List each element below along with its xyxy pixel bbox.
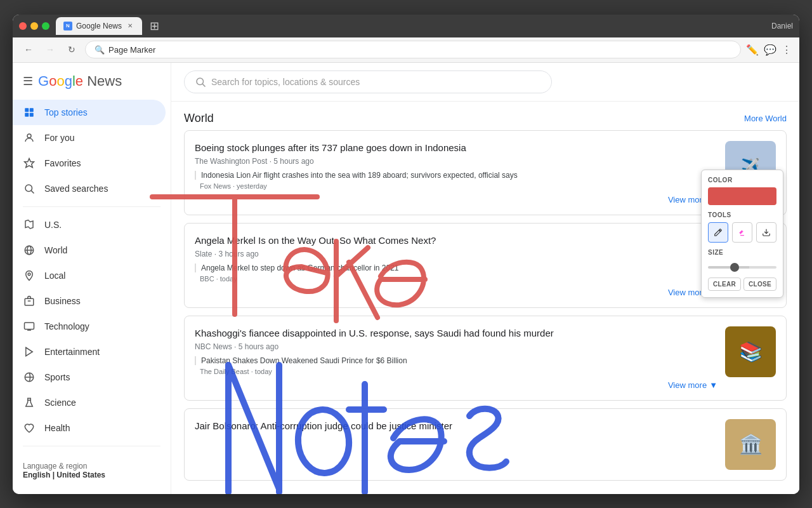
for-you-icon — [23, 131, 36, 144]
back-button[interactable]: ← — [20, 41, 37, 58]
card-title-3[interactable]: Khashoggi's fiancee disappointed in U.S.… — [195, 326, 717, 340]
card-bullet-3: Pakistan Shakes Down Weakened Saudi Prin… — [195, 356, 717, 365]
size-label: SIZE — [708, 249, 776, 256]
card-image-4: 🏛️ — [725, 419, 776, 470]
saved-searches-icon — [23, 182, 36, 195]
sidebar-item-saved-searches[interactable]: Saved searches — [13, 176, 166, 201]
sidebar-item-science[interactable]: Science — [13, 390, 166, 415]
sidebar-item-technology[interactable]: Technology — [13, 314, 166, 339]
svg-line-22 — [202, 84, 205, 86]
bullet-time-2: today — [220, 275, 237, 283]
news-card-3: Khashoggi's fiancee disappointed in U.S.… — [184, 316, 787, 401]
user-name: Daniel — [771, 22, 793, 30]
sidebar-item-entertainment[interactable]: Entertainment — [13, 339, 166, 364]
card-title-1[interactable]: Boeing stock plunges after its 737 plane… — [195, 141, 717, 154]
more-world-link[interactable]: More World — [744, 114, 787, 123]
page-content: ☰ Google News Top stories F — [13, 63, 799, 494]
browser-window: N Google News ✕ ⊞ Daniel ← → ↻ 🔍 Page Ma… — [13, 15, 799, 494]
tools-row — [708, 222, 776, 243]
close-button[interactable] — [19, 22, 27, 30]
card-footer-1: View more ▼ — [195, 195, 717, 204]
active-tab[interactable]: N Google News ✕ — [56, 17, 142, 35]
address-tools: ✏️ 💬 ⋮ — [746, 44, 792, 56]
sidebar-item-business[interactable]: Business — [13, 288, 166, 314]
svg-rect-15 — [25, 323, 34, 330]
view-more-3[interactable]: View more ▼ — [668, 380, 717, 390]
card-sub-source-1: Fox News · yesterday — [195, 182, 717, 190]
minimize-button[interactable] — [30, 22, 38, 30]
card-bullet-2: Angela Merkel to step down as German cha… — [195, 264, 717, 272]
news-topbar: Search for topics, locations & sources — [171, 63, 799, 102]
tab-close-button[interactable]: ✕ — [126, 22, 134, 30]
tab-favicon: N — [63, 22, 72, 30]
sports-icon — [23, 371, 36, 384]
tab-title: Google News — [76, 22, 122, 30]
sidebar-item-top-stories[interactable]: Top stories — [13, 100, 166, 125]
card-title-4[interactable]: Jair Bolsonaro: Anti-corruption judge co… — [195, 419, 717, 432]
svg-line-7 — [31, 190, 34, 193]
card-footer-2: View more ▼ — [195, 288, 717, 297]
clear-button[interactable]: CLEAR — [708, 277, 741, 291]
title-bar: N Google News ✕ ⊞ Daniel — [13, 15, 799, 37]
world-icon — [23, 244, 36, 257]
sidebar: ☰ Google News Top stories F — [13, 63, 171, 494]
science-icon — [23, 396, 36, 409]
sidebar-item-sports[interactable]: Sports — [13, 364, 166, 390]
svg-point-4 — [27, 134, 31, 138]
source-name-3: NBC News — [195, 342, 232, 351]
nav-divider-2 — [23, 446, 160, 446]
pen-tool-button[interactable]: ✏️ — [746, 44, 759, 56]
search-box-icon — [195, 76, 206, 88]
svg-point-6 — [25, 185, 32, 192]
hamburger-button[interactable]: ☰ — [23, 74, 33, 88]
sidebar-label-favorites: Favorites — [44, 158, 81, 168]
new-tab-button[interactable]: ⊞ — [145, 19, 164, 33]
source-time-3: 5 hours ago — [239, 342, 278, 351]
reload-button[interactable]: ↻ — [63, 41, 80, 58]
pen-tool-button[interactable] — [708, 222, 728, 243]
sidebar-item-local[interactable]: Local — [13, 263, 166, 288]
sidebar-item-us[interactable]: U.S. — [13, 212, 166, 237]
sidebar-label-for-you: For you — [44, 133, 74, 143]
svg-marker-18 — [26, 347, 33, 356]
bullet-source-1: Fox News — [200, 182, 231, 190]
color-swatch[interactable] — [708, 187, 776, 205]
chevron-down-icon-3: ▼ — [709, 380, 717, 390]
search-box[interactable]: Search for topics, locations & sources — [184, 70, 552, 93]
card-content-2: Angela Merkel Is on the Way Out. So What… — [195, 234, 717, 297]
download-tool-button[interactable] — [756, 222, 776, 243]
site-header: ☰ Google News — [13, 68, 171, 100]
highlighter-tool-button[interactable] — [732, 222, 752, 243]
forward-button[interactable]: → — [42, 41, 58, 58]
fullscreen-button[interactable] — [42, 22, 49, 30]
card-bullet-1: Indonesia Lion Air flight crashes into t… — [195, 171, 717, 180]
close-button[interactable]: CLOSE — [743, 277, 776, 291]
source-name-1: The Washington Post — [195, 157, 267, 166]
svg-rect-13 — [25, 298, 34, 305]
card-source-2: Slate · 3 hours ago — [195, 250, 717, 258]
action-row: CLEAR CLOSE — [708, 277, 776, 291]
google-news-logo: Google News — [38, 73, 122, 90]
card-source-3: NBC News · 5 hours ago — [195, 342, 717, 351]
bullet-source-2: BBC — [200, 275, 214, 283]
menu-button[interactable]: ⋮ — [782, 44, 792, 56]
bullet-time-1: yesterday — [237, 182, 267, 190]
chat-button[interactable]: 💬 — [764, 44, 776, 56]
card-title-2[interactable]: Angela Merkel Is on the Way Out. So What… — [195, 234, 717, 247]
language-region: Language & region English | United State… — [13, 451, 171, 485]
sidebar-item-for-you[interactable]: For you — [13, 125, 166, 150]
address-input[interactable]: 🔍 Page Marker — [85, 41, 741, 58]
sidebar-label-top-stories: Top stories — [44, 107, 88, 117]
favorites-icon — [23, 157, 36, 170]
svg-rect-2 — [25, 112, 29, 116]
card-image-3: 📚 — [725, 326, 776, 377]
sidebar-item-world[interactable]: World — [13, 237, 166, 263]
card-content-4: Jair Bolsonaro: Anti-corruption judge co… — [195, 419, 717, 470]
svg-rect-0 — [25, 108, 29, 112]
size-slider[interactable] — [708, 266, 776, 269]
svg-marker-5 — [25, 158, 34, 167]
svg-rect-1 — [30, 108, 34, 112]
sidebar-label-business: Business — [44, 296, 81, 306]
sidebar-item-health[interactable]: Health — [13, 415, 166, 441]
sidebar-item-favorites[interactable]: Favorites — [13, 150, 166, 176]
